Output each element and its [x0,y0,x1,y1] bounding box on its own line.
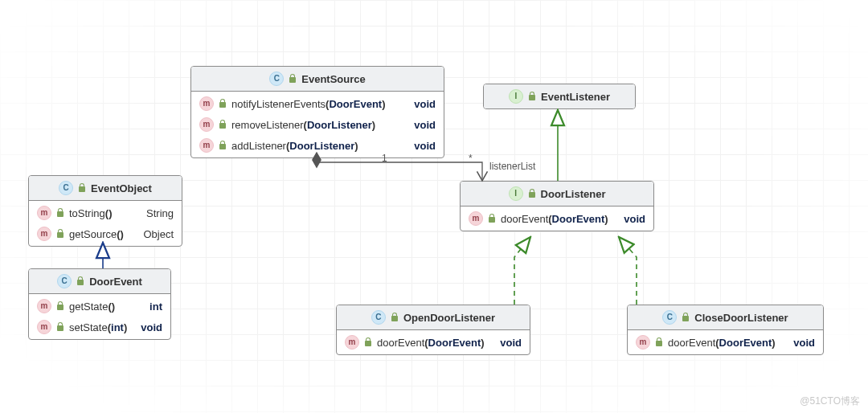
method-icon: m [37,227,51,241]
interface-EventListener: I EventListener [483,84,636,109]
method-row: m getState() int [29,296,170,317]
method-signature: addListener(DoorListener) [231,140,358,152]
lock-icon [56,208,64,218]
return-type: void [141,321,162,333]
lock-icon [528,189,536,198]
watermark: @51CTO博客 [800,395,860,408]
method-icon: m [37,299,51,313]
interface-DoorListener: I DoorListener m doorEvent(DoorEvent) vo… [460,181,654,231]
class-icon: C [662,310,677,325]
method-icon: m [37,320,51,334]
class-header: C CloseDoorListener [628,305,823,330]
lock-icon [488,214,496,223]
method-signature: getSource() [69,228,124,240]
class-body: m doorEvent(DoorEvent) void [337,330,530,354]
multiplicity-source: 1 [382,153,387,164]
lock-icon [289,74,297,84]
class-icon: C [59,181,73,195]
return-type: void [793,337,815,349]
class-EventSource: C EventSource m notifyListenerEvents(Doo… [190,66,444,158]
lock-icon [682,313,690,322]
multiplicity-target: * [469,153,473,164]
lock-icon [219,99,227,108]
class-header: C EventSource [191,67,444,92]
return-type: void [414,98,436,110]
method-row: m notifyListenerEvents(DoorEvent) void [191,93,444,114]
method-signature: notifyListenerEvents(DoorEvent) [231,98,386,110]
lock-icon [76,276,84,286]
class-name: DoorEvent [89,276,142,288]
class-DoorEvent: C DoorEvent m getState() int m setState(… [28,268,171,340]
class-name: CloseDoorListener [694,312,788,324]
interface-icon: I [509,186,523,201]
class-header: I DoorListener [461,182,653,206]
lock-icon [56,301,64,311]
interface-icon: I [509,89,523,104]
method-signature: doorEvent(DoorEvent) [501,213,608,225]
class-name: OpenDoorListener [403,312,495,324]
role-name: listenerList [489,161,535,172]
method-signature: getState() [69,301,115,313]
class-EventObject: C EventObject m toString() String m getS… [28,175,182,247]
method-row: m getSource() Object [29,223,182,244]
method-signature: doorEvent(DoorEvent) [377,337,485,349]
method-icon: m [345,335,359,350]
method-row: m toString() String [29,202,182,223]
lock-icon [219,141,227,150]
method-signature: toString() [69,207,112,219]
method-row: m addListener(DoorListener) void [191,135,444,156]
lock-icon [364,337,372,347]
return-type: void [624,213,645,225]
method-row: m doorEvent(DoorEvent) void [461,208,653,229]
class-header: C OpenDoorListener [337,305,530,330]
method-icon: m [199,138,214,153]
method-signature: setState(int) [69,321,127,333]
lock-icon [56,322,64,332]
lock-icon [391,313,399,322]
class-body: m doorEvent(DoorEvent) void [628,330,823,354]
class-OpenDoorListener: C OpenDoorListener m doorEvent(DoorEvent… [336,305,530,355]
method-row: m setState(int) void [29,317,170,337]
return-type: int [149,301,162,313]
method-row: m removeListener(DoorListener) void [191,114,444,135]
method-icon: m [199,117,214,132]
lock-icon [655,337,663,347]
lock-icon [56,229,64,239]
return-type: Object [143,228,174,240]
method-icon: m [636,335,650,350]
return-type: String [146,207,174,219]
class-icon: C [371,310,386,325]
method-icon: m [37,206,51,220]
return-type: void [414,119,436,131]
class-header: I EventListener [484,84,635,108]
class-icon: C [57,274,72,288]
method-icon: m [469,211,483,226]
lock-icon [528,92,536,101]
class-body: m getState() int m setState(int) void [29,294,170,339]
class-name: EventSource [301,73,365,85]
class-name: EventListener [541,91,610,103]
method-signature: doorEvent(DoorEvent) [668,337,776,349]
class-CloseDoorListener: C CloseDoorListener m doorEvent(DoorEven… [627,305,824,355]
class-body: m toString() String m getSource() Object [29,201,182,246]
class-icon: C [269,72,284,86]
class-body: m notifyListenerEvents(DoorEvent) void m… [191,92,444,157]
class-header: C DoorEvent [29,269,170,294]
return-type: void [414,140,436,152]
class-body: m doorEvent(DoorEvent) void [461,206,653,231]
method-row: m doorEvent(DoorEvent) void [628,332,823,353]
class-name: DoorListener [541,188,606,200]
lock-icon [219,120,227,129]
class-header: C EventObject [29,176,182,201]
method-row: m doorEvent(DoorEvent) void [337,332,530,353]
lock-icon [78,183,86,193]
class-name: EventObject [91,182,152,194]
method-signature: removeListener(DoorListener) [231,119,375,131]
return-type: void [500,337,522,349]
method-icon: m [199,96,214,111]
